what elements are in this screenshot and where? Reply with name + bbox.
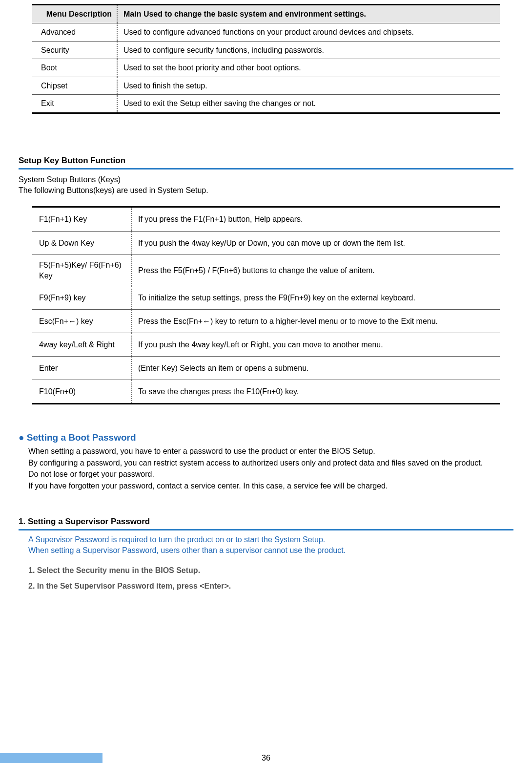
table-row: F5(Fn+5)Key/ F6(Fn+6) Key Press the F5(F… (32, 254, 500, 286)
intro-line: System Setup Buttons (Keys) (19, 174, 513, 185)
key-label: Up & Down Key (32, 232, 132, 254)
boot-password-body: When setting a password, you have to ent… (19, 446, 513, 491)
menu-label: Chipset (32, 77, 118, 95)
table-row: Enter (Enter Key) Selects an item or ope… (32, 356, 500, 380)
bullet-icon: ● (19, 432, 24, 443)
key-desc: (Enter Key) Selects an item or opens a s… (132, 357, 500, 380)
table-header-row: Menu Description Main Used to change the… (32, 5, 500, 23)
key-label: Esc(Fn+←) key (32, 310, 132, 333)
menu-label: Boot (32, 59, 118, 77)
key-label: F5(Fn+5)Key/ F6(Fn+6) Key (32, 255, 132, 286)
table-row: F10(Fn+0) To save the changes press the … (32, 380, 500, 403)
intro-line: The following Buttons(keys) are used in … (19, 185, 513, 196)
header-cell-desc: Main Used to change the basic system and… (118, 5, 500, 23)
key-desc: If you push the 4way key/Left or Right, … (132, 333, 500, 356)
table-row: Security Used to configure security func… (32, 41, 500, 59)
key-label: F9(Fn+9) key (32, 286, 132, 309)
page-number: 36 (0, 753, 532, 763)
boot-password-title: Setting a Boot Password (27, 432, 136, 443)
body-para: If you have forgotten your password, con… (28, 481, 513, 491)
key-label: 4way key/Left & Right (32, 333, 132, 356)
note-line: When setting a Supervisor Password, user… (28, 545, 513, 556)
table-row: Up & Down Key If you push the 4way key/U… (32, 231, 500, 254)
key-desc: Press the Esc(Fn+←) key to return to a h… (132, 310, 500, 333)
key-desc: If you press the F1(Fn+1) button, Help a… (132, 208, 500, 231)
menu-desc: Used to finish the setup. (118, 77, 500, 95)
table-row: Exit Used to exit the Setup either savin… (32, 94, 500, 112)
key-desc: Press the F5(Fn+5) / F(Fn+6) buttons to … (132, 255, 500, 286)
body-para: By configuring a password, you can restr… (28, 458, 513, 468)
note-line: A Supervisor Password is required to tur… (28, 534, 513, 545)
supervisor-note: A Supervisor Password is required to tur… (19, 534, 513, 555)
key-desc: If you push the 4way key/Up or Down, you… (132, 232, 500, 254)
menu-description-table: Menu Description Main Used to change the… (32, 4, 500, 114)
table-row: F1(Fn+1) Key If you press the F1(Fn+1) b… (32, 208, 500, 231)
key-desc: To initialize the setup settings, press … (132, 286, 500, 309)
menu-desc: Used to configure advanced functions on … (118, 23, 500, 41)
key-label: Enter (32, 357, 132, 380)
body-para: When setting a password, you have to ent… (28, 446, 513, 457)
step-line: 2. In the Set Supervisor Password item, … (28, 581, 513, 592)
menu-desc: Used to set the boot priority and other … (118, 59, 500, 77)
menu-label: Exit (32, 95, 118, 112)
key-label: F10(Fn+0) (32, 380, 132, 403)
table-row: Chipset Used to finish the setup. (32, 77, 500, 95)
menu-desc: Used to exit the Setup either saving the… (118, 95, 500, 112)
boot-password-heading: ● Setting a Boot Password (19, 431, 513, 444)
footer: 36 (0, 753, 532, 763)
key-label: F1(Fn+1) Key (32, 208, 132, 231)
key-desc: To save the changes press the F10(Fn+0) … (132, 380, 500, 403)
step-line: 1. Select the Security menu in the BIOS … (28, 565, 513, 576)
table-row: Esc(Fn+←) key Press the Esc(Fn+←) key to… (32, 309, 500, 333)
table-row: F9(Fn+9) key To initialize the setup set… (32, 286, 500, 309)
setup-keys-table: F1(Fn+1) Key If you press the F1(Fn+1) b… (32, 206, 500, 404)
header-cell-label: Menu Description (32, 5, 118, 23)
table-row: Boot Used to set the boot priority and o… (32, 59, 500, 77)
menu-desc: Used to configure security functions, in… (118, 42, 500, 59)
menu-label: Advanced (32, 23, 118, 41)
menu-label: Security (32, 42, 118, 59)
supervisor-steps: 1. Select the Security menu in the BIOS … (19, 565, 513, 591)
setup-key-intro: System Setup Buttons (Keys) The followin… (19, 174, 513, 195)
table-row: 4way key/Left & Right If you push the 4w… (32, 333, 500, 356)
table-row: Advanced Used to configure advanced func… (32, 23, 500, 41)
body-para: Do not lose or forget your password. (28, 469, 513, 480)
supervisor-heading: 1. Setting a Supervisor Password (19, 516, 513, 530)
setup-key-heading: Setup Key Button Function (19, 155, 513, 170)
